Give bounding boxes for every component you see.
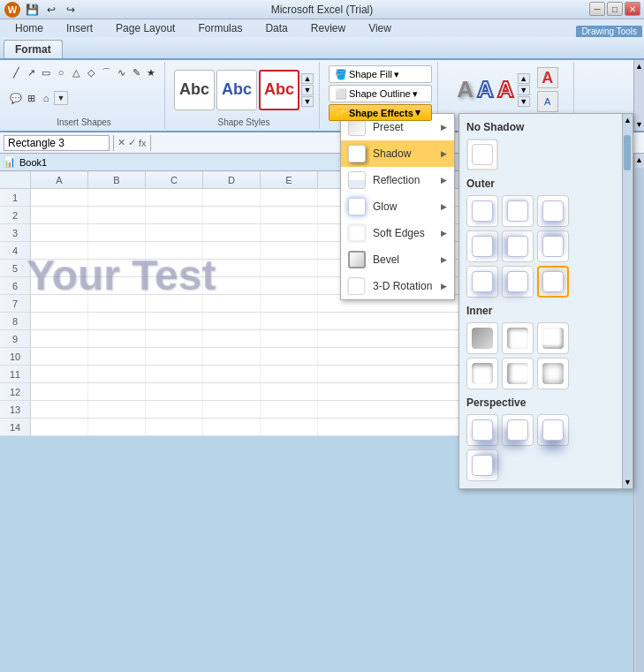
shadow-inner-5[interactable] xyxy=(502,358,534,389)
close-button[interactable]: ✕ xyxy=(625,2,640,16)
col-header-e[interactable]: E xyxy=(261,171,318,188)
more-shapes[interactable]: ▼ xyxy=(54,91,68,105)
redo-quick-btn[interactable]: ↪ xyxy=(62,2,80,18)
cell-a11[interactable] xyxy=(31,366,88,382)
cell-e4[interactable] xyxy=(261,242,318,259)
shadow-outer-4[interactable] xyxy=(466,230,498,262)
cell-b8[interactable] xyxy=(88,313,146,329)
cell-d6[interactable] xyxy=(203,277,261,294)
menu-item-glow[interactable]: Glow ▶ xyxy=(341,193,454,220)
cell-a1[interactable] xyxy=(31,189,88,206)
cell-b5[interactable] xyxy=(88,260,146,276)
col-header-a[interactable]: A xyxy=(31,171,88,188)
cell-c1[interactable] xyxy=(146,189,203,206)
shadow-outer-9[interactable] xyxy=(537,266,569,298)
cell-d2[interactable] xyxy=(203,207,261,223)
cell-c7[interactable] xyxy=(146,295,203,312)
cell-b14[interactable] xyxy=(88,419,146,435)
cell-e14[interactable] xyxy=(261,419,318,435)
shadow-inner-3[interactable] xyxy=(537,322,569,354)
tab-formulas[interactable]: Formulas xyxy=(186,19,254,37)
tab-format[interactable]: Format xyxy=(4,40,63,58)
cell-d10[interactable] xyxy=(203,348,261,365)
cell-c4[interactable] xyxy=(146,242,203,259)
shape-style-1[interactable]: Abc xyxy=(174,70,215,110)
cell-e3[interactable] xyxy=(261,224,318,241)
rect-tool[interactable]: ▭ xyxy=(39,65,53,79)
cell-d5[interactable] xyxy=(203,260,261,276)
col-header-b[interactable]: B xyxy=(88,171,146,188)
cell-a10[interactable] xyxy=(31,348,88,365)
cell-d14[interactable] xyxy=(203,419,261,435)
arrow-tool[interactable]: ↗ xyxy=(24,65,38,79)
shadow-inner-1[interactable] xyxy=(466,322,498,354)
panel-scrollbar[interactable]: ▲ ▼ xyxy=(622,114,633,488)
cell-b10[interactable] xyxy=(88,348,146,365)
cell-a6[interactable] xyxy=(31,277,88,294)
col-header-d[interactable]: D xyxy=(203,171,261,188)
oval-tool[interactable]: ○ xyxy=(54,65,68,79)
tri-tool[interactable]: △ xyxy=(69,65,83,79)
wordart-red-A[interactable]: A xyxy=(497,76,514,103)
cell-c5[interactable] xyxy=(146,260,203,276)
text-outline-btn[interactable]: A xyxy=(537,91,558,112)
cell-a2[interactable] xyxy=(31,207,88,223)
cell-b9[interactable] xyxy=(88,330,146,347)
style-scroll-mid[interactable]: ▼ xyxy=(301,85,314,95)
cell-d1[interactable] xyxy=(203,189,261,206)
enter-formula-btn[interactable]: ✓ xyxy=(128,137,136,148)
cell-e13[interactable] xyxy=(261,401,318,418)
cell-e8[interactable] xyxy=(261,313,318,329)
cell-c6[interactable] xyxy=(146,277,203,294)
v-scrollbar[interactable]: ▲ ▼ xyxy=(633,154,644,672)
insert-function-btn[interactable]: fx xyxy=(139,138,147,148)
shadow-inner-4[interactable] xyxy=(466,358,498,389)
cell-c13[interactable] xyxy=(146,401,203,418)
shadow-persp-4[interactable] xyxy=(466,449,498,481)
cell-e12[interactable] xyxy=(261,383,318,400)
menu-item-3d-rotation[interactable]: 3-D Rotation ▶ xyxy=(341,273,454,299)
cell-d3[interactable] xyxy=(203,224,261,241)
shadow-inner-6[interactable] xyxy=(537,358,569,389)
style-dropdown[interactable]: ▼ xyxy=(301,96,314,107)
cell-e5[interactable] xyxy=(261,260,318,276)
cell-d13[interactable] xyxy=(203,401,261,418)
tab-review[interactable]: Review xyxy=(299,19,357,37)
pen-tool[interactable]: ✎ xyxy=(129,65,143,79)
cell-b3[interactable] xyxy=(88,224,146,241)
shape-effects-button[interactable]: ✨ Shape Effects ▾ xyxy=(329,104,432,121)
cell-b1[interactable] xyxy=(88,189,146,206)
cell-d8[interactable] xyxy=(203,313,261,329)
cell-c9[interactable] xyxy=(146,330,203,347)
shadow-no-shadow[interactable] xyxy=(466,139,498,170)
menu-item-bevel[interactable]: Bevel ▶ xyxy=(341,246,454,273)
star-tool[interactable]: ★ xyxy=(144,65,158,79)
cell-a9[interactable] xyxy=(31,330,88,347)
cell-e7[interactable] xyxy=(261,295,318,312)
ribbon-scroll-up[interactable]: ▲ xyxy=(633,60,644,72)
shadow-outer-2[interactable] xyxy=(502,195,534,227)
cell-c3[interactable] xyxy=(146,224,203,241)
shadow-outer-7[interactable] xyxy=(466,266,498,298)
shadow-outer-6[interactable] xyxy=(537,230,569,262)
col-header-c[interactable]: C xyxy=(146,171,203,188)
cell-c2[interactable] xyxy=(146,207,203,223)
smartart-tool[interactable]: ⊞ xyxy=(24,91,38,105)
shape-style-scroll[interactable]: ▲ ▼ ▼ xyxy=(301,73,314,107)
cell-a13[interactable] xyxy=(31,401,88,418)
shadow-outer-5[interactable] xyxy=(502,230,534,262)
cell-e1[interactable] xyxy=(261,189,318,206)
cell-b13[interactable] xyxy=(88,401,146,418)
tab-page-layout[interactable]: Page Layout xyxy=(104,19,186,37)
style-scroll-up[interactable]: ▲ xyxy=(301,73,314,84)
text-box-tool[interactable]: ⌂ xyxy=(39,91,53,105)
cell-c8[interactable] xyxy=(146,313,203,329)
cell-a12[interactable] xyxy=(31,383,88,400)
cell-b2[interactable] xyxy=(88,207,146,223)
v-scroll-thumb[interactable] xyxy=(635,168,644,672)
cell-c14[interactable] xyxy=(146,419,203,435)
cancel-formula-btn[interactable]: ✕ xyxy=(117,137,125,148)
cell-a8[interactable] xyxy=(31,313,88,329)
wordart-scroll-down[interactable]: ▼ xyxy=(518,85,530,95)
wordart-outline-A[interactable]: A xyxy=(477,76,494,103)
